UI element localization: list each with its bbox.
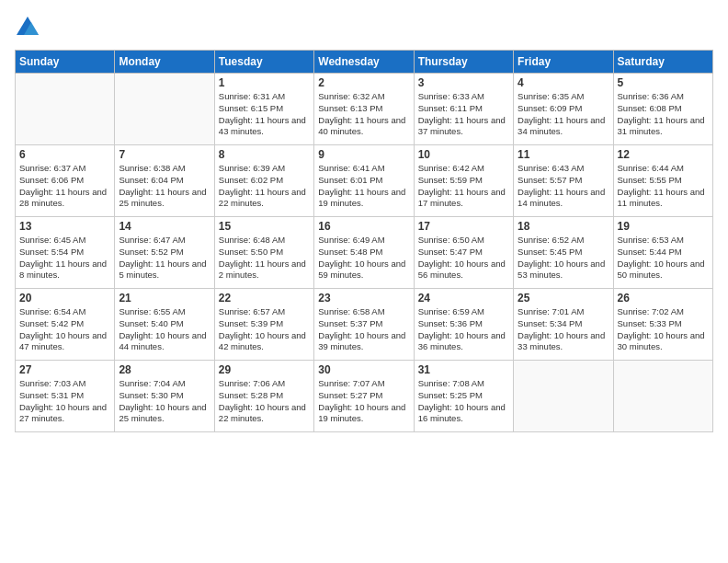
day-number: 19 <box>618 220 709 233</box>
calendar-cell: 2Sunrise: 6:32 AMSunset: 6:13 PMDaylight… <box>314 74 414 145</box>
calendar-cell: 16Sunrise: 6:49 AMSunset: 5:48 PMDayligh… <box>314 217 414 289</box>
calendar-week-row: 13Sunrise: 6:45 AMSunset: 5:54 PMDayligh… <box>16 217 713 289</box>
calendar-cell: 15Sunrise: 6:48 AMSunset: 5:50 PMDayligh… <box>214 217 313 289</box>
day-number: 1 <box>219 76 310 89</box>
day-number: 2 <box>318 76 409 89</box>
calendar-cell: 31Sunrise: 7:08 AMSunset: 5:25 PMDayligh… <box>414 361 513 432</box>
weekday-header: Friday <box>514 51 613 74</box>
day-number: 26 <box>618 292 709 304</box>
calendar-cell: 4Sunrise: 6:35 AMSunset: 6:09 PMDaylight… <box>514 74 613 145</box>
day-info: Sunrise: 7:07 AMSunset: 5:27 PMDaylight:… <box>318 378 409 425</box>
calendar-cell: 24Sunrise: 6:59 AMSunset: 5:36 PMDayligh… <box>414 289 513 361</box>
weekday-header: Wednesday <box>314 51 414 74</box>
day-info: Sunrise: 7:01 AMSunset: 5:34 PMDaylight:… <box>518 306 609 353</box>
day-number: 6 <box>19 148 110 161</box>
calendar-cell: 11Sunrise: 6:43 AMSunset: 5:57 PMDayligh… <box>514 145 613 217</box>
day-number: 7 <box>119 148 210 161</box>
weekday-header: Saturday <box>613 51 712 74</box>
calendar-week-row: 6Sunrise: 6:37 AMSunset: 6:06 PMDaylight… <box>16 145 713 217</box>
calendar-cell: 25Sunrise: 7:01 AMSunset: 5:34 PMDayligh… <box>514 289 613 361</box>
day-number: 8 <box>219 148 310 161</box>
calendar-cell: 22Sunrise: 6:57 AMSunset: 5:39 PMDayligh… <box>214 289 313 361</box>
day-info: Sunrise: 6:31 AMSunset: 6:15 PMDaylight:… <box>219 91 310 138</box>
calendar-cell: 26Sunrise: 7:02 AMSunset: 5:33 PMDayligh… <box>613 289 712 361</box>
day-info: Sunrise: 6:39 AMSunset: 6:02 PMDaylight:… <box>219 163 310 210</box>
day-info: Sunrise: 6:59 AMSunset: 5:36 PMDaylight:… <box>418 306 509 353</box>
day-number: 31 <box>418 363 509 376</box>
day-info: Sunrise: 6:52 AMSunset: 5:45 PMDaylight:… <box>518 235 609 282</box>
day-number: 29 <box>219 363 310 376</box>
day-number: 21 <box>119 292 210 304</box>
calendar-cell: 3Sunrise: 6:33 AMSunset: 6:11 PMDaylight… <box>414 74 513 145</box>
calendar-cell <box>16 74 115 145</box>
day-info: Sunrise: 6:41 AMSunset: 6:01 PMDaylight:… <box>318 163 409 210</box>
day-number: 27 <box>19 363 110 376</box>
calendar-cell: 1Sunrise: 6:31 AMSunset: 6:15 PMDaylight… <box>214 74 313 145</box>
day-number: 12 <box>618 148 709 161</box>
day-info: Sunrise: 6:36 AMSunset: 6:08 PMDaylight:… <box>618 91 709 138</box>
day-number: 14 <box>119 220 210 233</box>
calendar-cell: 6Sunrise: 6:37 AMSunset: 6:06 PMDaylight… <box>16 145 115 217</box>
calendar-cell <box>514 361 613 432</box>
calendar-header-row: SundayMondayTuesdayWednesdayThursdayFrid… <box>16 51 713 74</box>
weekday-header: Thursday <box>414 51 513 74</box>
day-info: Sunrise: 7:08 AMSunset: 5:25 PMDaylight:… <box>418 378 509 425</box>
day-info: Sunrise: 6:33 AMSunset: 6:11 PMDaylight:… <box>418 91 509 138</box>
calendar-cell: 29Sunrise: 7:06 AMSunset: 5:28 PMDayligh… <box>214 361 313 432</box>
day-info: Sunrise: 6:53 AMSunset: 5:44 PMDaylight:… <box>618 235 709 282</box>
day-info: Sunrise: 7:06 AMSunset: 5:28 PMDaylight:… <box>219 378 310 425</box>
day-info: Sunrise: 6:57 AMSunset: 5:39 PMDaylight:… <box>219 306 310 353</box>
calendar-cell <box>115 74 214 145</box>
day-info: Sunrise: 6:54 AMSunset: 5:42 PMDaylight:… <box>19 306 110 353</box>
day-number: 17 <box>418 220 509 233</box>
day-info: Sunrise: 6:58 AMSunset: 5:37 PMDaylight:… <box>318 306 409 353</box>
page: SundayMondayTuesdayWednesdayThursdayFrid… <box>0 0 728 563</box>
weekday-header: Monday <box>115 51 214 74</box>
calendar-cell: 30Sunrise: 7:07 AMSunset: 5:27 PMDayligh… <box>314 361 414 432</box>
day-number: 15 <box>219 220 310 233</box>
calendar-cell: 19Sunrise: 6:53 AMSunset: 5:44 PMDayligh… <box>613 217 712 289</box>
calendar-cell: 20Sunrise: 6:54 AMSunset: 5:42 PMDayligh… <box>16 289 115 361</box>
calendar-cell: 21Sunrise: 6:55 AMSunset: 5:40 PMDayligh… <box>115 289 214 361</box>
calendar-cell <box>613 361 712 432</box>
calendar-cell: 5Sunrise: 6:36 AMSunset: 6:08 PMDaylight… <box>613 74 712 145</box>
day-number: 22 <box>219 292 310 304</box>
calendar-cell: 17Sunrise: 6:50 AMSunset: 5:47 PMDayligh… <box>414 217 513 289</box>
day-info: Sunrise: 6:44 AMSunset: 5:55 PMDaylight:… <box>618 163 709 210</box>
calendar-cell: 28Sunrise: 7:04 AMSunset: 5:30 PMDayligh… <box>115 361 214 432</box>
calendar-week-row: 1Sunrise: 6:31 AMSunset: 6:15 PMDaylight… <box>16 74 713 145</box>
day-info: Sunrise: 6:43 AMSunset: 5:57 PMDaylight:… <box>518 163 609 210</box>
day-info: Sunrise: 6:32 AMSunset: 6:13 PMDaylight:… <box>318 91 409 138</box>
day-number: 3 <box>418 76 509 89</box>
logo <box>15 15 42 40</box>
day-number: 11 <box>518 148 609 161</box>
calendar-cell: 23Sunrise: 6:58 AMSunset: 5:37 PMDayligh… <box>314 289 414 361</box>
calendar-cell: 18Sunrise: 6:52 AMSunset: 5:45 PMDayligh… <box>514 217 613 289</box>
day-number: 20 <box>19 292 110 304</box>
day-info: Sunrise: 6:49 AMSunset: 5:48 PMDaylight:… <box>318 235 409 282</box>
day-number: 23 <box>318 292 409 304</box>
day-number: 9 <box>318 148 409 161</box>
logo-icon <box>15 15 40 40</box>
day-info: Sunrise: 6:35 AMSunset: 6:09 PMDaylight:… <box>518 91 609 138</box>
calendar-week-row: 27Sunrise: 7:03 AMSunset: 5:31 PMDayligh… <box>16 361 713 432</box>
day-info: Sunrise: 6:50 AMSunset: 5:47 PMDaylight:… <box>418 235 509 282</box>
calendar-week-row: 20Sunrise: 6:54 AMSunset: 5:42 PMDayligh… <box>16 289 713 361</box>
day-info: Sunrise: 6:37 AMSunset: 6:06 PMDaylight:… <box>19 163 110 210</box>
calendar-cell: 8Sunrise: 6:39 AMSunset: 6:02 PMDaylight… <box>214 145 313 217</box>
calendar-table: SundayMondayTuesdayWednesdayThursdayFrid… <box>15 50 713 432</box>
day-info: Sunrise: 6:55 AMSunset: 5:40 PMDaylight:… <box>119 306 210 353</box>
day-info: Sunrise: 7:03 AMSunset: 5:31 PMDaylight:… <box>19 378 110 425</box>
day-number: 16 <box>318 220 409 233</box>
day-number: 18 <box>518 220 609 233</box>
day-number: 10 <box>418 148 509 161</box>
day-info: Sunrise: 6:42 AMSunset: 5:59 PMDaylight:… <box>418 163 509 210</box>
day-number: 30 <box>318 363 409 376</box>
day-info: Sunrise: 6:47 AMSunset: 5:52 PMDaylight:… <box>119 235 210 282</box>
day-number: 13 <box>19 220 110 233</box>
day-number: 28 <box>119 363 210 376</box>
day-number: 4 <box>518 76 609 89</box>
day-info: Sunrise: 7:04 AMSunset: 5:30 PMDaylight:… <box>119 378 210 425</box>
day-number: 5 <box>618 76 709 89</box>
day-number: 24 <box>418 292 509 304</box>
